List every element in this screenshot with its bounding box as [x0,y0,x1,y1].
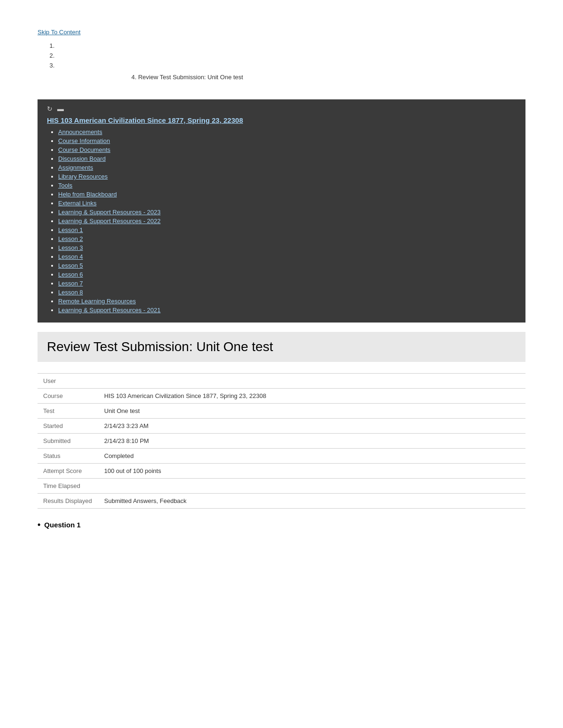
breadcrumb-item-2 [56,52,525,59]
sidebar-nav: AnnouncementsCourse InformationCourse Do… [47,128,516,314]
main-content: Review Test Submission: Unit One test Us… [0,332,563,548]
sidebar-nav-item[interactable]: Lesson 5 [58,262,516,269]
table-cell-label: Time Elapsed [38,479,99,494]
sidebar-nav-item[interactable]: Lesson 8 [58,288,516,296]
course-title-link[interactable]: HIS 103 American Civilization Since 1877… [47,116,516,124]
table-cell-value: HIS 103 American Civilization Since 1877… [99,389,525,404]
table-cell-value: 2/14/23 8:10 PM [99,434,525,449]
table-row: TestUnit One test [38,404,525,419]
table-cell-value [99,479,525,494]
table-cell-label: User [38,374,99,389]
breadcrumb-item-1 [56,42,525,49]
sidebar-nav-item[interactable]: Course Documents [58,146,516,153]
breadcrumb-item-4: 4. Review Test Submission: Unit One test [38,74,525,81]
sidebar-nav-item[interactable]: Tools [58,181,516,189]
table-row: Started2/14/23 3:23 AM [38,419,525,434]
table-row: StatusCompleted [38,449,525,464]
table-cell-value [99,374,525,389]
sidebar-nav-item[interactable]: Lesson 2 [58,235,516,242]
top-area: Skip To Content 4. Review Test Submissio… [0,0,563,99]
sidebar-nav-item[interactable]: Discussion Board [58,155,516,162]
menu-icon: ▬ [57,105,64,113]
table-cell-label: Results Displayed [38,494,99,509]
table-cell-value: Submitted Answers, Feedback [99,494,525,509]
table-cell-value: 100 out of 100 points [99,464,525,479]
sidebar-nav-item[interactable]: Lesson 7 [58,279,516,287]
sidebar-nav-item[interactable]: External Links [58,199,516,207]
sidebar-nav-item[interactable]: Assignments [58,164,516,171]
sidebar-nav-item[interactable]: Remote Learning Resources [58,297,516,305]
table-cell-label: Attempt Score [38,464,99,479]
table-cell-label: Started [38,419,99,434]
table-cell-label: Course [38,389,99,404]
table-cell-label: Submitted [38,434,99,449]
table-cell-label: Test [38,404,99,419]
table-row: Attempt Score100 out of 100 points [38,464,525,479]
sidebar-nav-item[interactable]: Lesson 4 [58,253,516,260]
sidebar-nav-item[interactable]: Library Resources [58,173,516,180]
submission-table: UserCourseHIS 103 American Civilization … [38,373,525,509]
sidebar-nav-item[interactable]: Learning & Support Resources - 2021 [58,306,516,314]
sidebar-nav-item[interactable]: Learning & Support Resources - 2023 [58,208,516,216]
sidebar-nav-item[interactable]: Lesson 6 [58,270,516,278]
table-cell-value: 2/14/23 3:23 AM [99,419,525,434]
table-row: CourseHIS 103 American Civilization Sinc… [38,389,525,404]
question-1-text: Question 1 [44,521,81,529]
table-row: Results DisplayedSubmitted Answers, Feed… [38,494,525,509]
skip-to-content-link[interactable]: Skip To Content [38,29,81,36]
table-row: Time Elapsed [38,479,525,494]
refresh-icon: ↻ [47,105,53,113]
breadcrumb-item-3 [56,62,525,69]
table-row: Submitted2/14/23 8:10 PM [38,434,525,449]
table-cell-value: Unit One test [99,404,525,419]
sidebar-nav-item[interactable]: Lesson 1 [58,226,516,233]
sidebar-nav-item[interactable]: Lesson 3 [58,244,516,251]
sidebar-nav-item[interactable]: Help from Blackboard [58,190,516,198]
sidebar-nav-item[interactable]: Course Information [58,137,516,144]
question-section: • Question 1 [38,520,525,530]
question-bullet: • [38,520,40,530]
question-1-label: • Question 1 [38,520,525,530]
table-cell-value: Completed [99,449,525,464]
table-cell-label: Status [38,449,99,464]
sidebar-icons-row: ↻ ▬ [47,105,516,113]
sidebar-nav-item[interactable]: Announcements [58,128,516,135]
breadcrumb-list [38,42,525,69]
table-row: User [38,374,525,389]
sidebar-nav-item[interactable]: Learning & Support Resources - 2022 [58,217,516,225]
sidebar-panel: ↻ ▬ HIS 103 American Civilization Since … [38,99,525,323]
page-title: Review Test Submission: Unit One test [38,332,525,362]
